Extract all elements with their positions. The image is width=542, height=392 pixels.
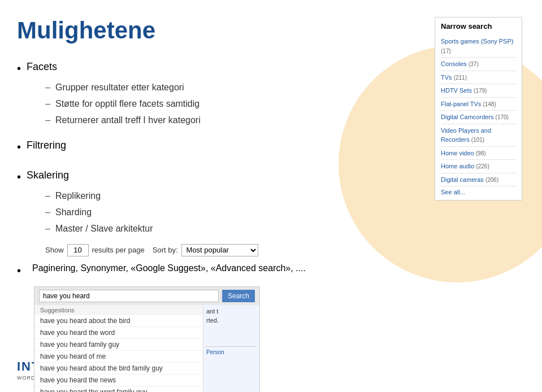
narrow-search-box: Narrow search Sports games (Sony PSP) (1… [435,17,522,201]
narrow-search-item[interactable]: Sports games (Sony PSP) (17) [441,35,516,58]
bullet-skalering: • Skalering Replikering Sharding Master … [17,169,423,237]
suggest-side-person: Person [206,349,224,355]
suggest-search-input[interactable] [39,290,219,302]
suggest-top-bar: Search [34,287,259,305]
narrow-search-item[interactable]: Home video (98) [441,147,516,160]
paginering-text: Paginering, Synonymer, «Google Suggest»,… [32,263,306,273]
list-item[interactable]: have you heard about the bird family guy [34,363,203,374]
bullet-dot: • [17,264,21,277]
narrow-search-item[interactable]: Digital Camcorders (170) [441,111,516,124]
pagination-bar: Show results per page Sort by: Most popu… [45,244,423,256]
list-item: Returnerer antall treff I hver kategori [45,112,423,129]
list-item: Støtte for opptil flere facets samtidig [45,96,423,112]
narrow-search-item[interactable]: Flat-panel TVs (148) [441,98,516,111]
bullet-filtrering: • Filtrering [17,140,423,158]
suggest-side-text2: rted. [206,317,257,324]
page-title: Mulighetene [17,17,423,44]
sidebar: Narrow search Sports games (Sony PSP) (1… [435,17,525,381]
bullet-facets: • Facets Grupper resultater etter katego… [17,61,423,128]
list-item[interactable]: have you heard the word family guy [34,386,203,392]
list-item[interactable]: have you heard the news [34,374,203,386]
suggestions-label: Suggestions [34,305,203,315]
sortby-select[interactable]: Most popular Newest Price: Low to High P… [181,244,258,256]
suggest-side-panel: ant t rted. Person [203,305,259,392]
see-all-link[interactable]: See all... [441,189,516,195]
sortby-label: Sort by: [153,246,178,254]
paginering-section: • Paginering, Synonymer, «Google Suggest… [17,263,423,277]
narrow-search-item[interactable]: HDTV Sets (179) [441,84,516,98]
list-item: Master / Slave arkitektur [45,221,423,237]
results-per-page-input[interactable] [67,244,89,256]
suggest-screenshot: Search Suggestions have you heard about … [34,286,260,392]
bullet-dot: • [17,62,21,75]
bullet-dot: • [17,171,21,184]
list-item: Grupper resultater etter kategori [45,80,423,96]
suggest-side-text1: ant t [206,308,257,315]
suggest-list: have you heard about the bird have you h… [34,315,203,392]
results-label: results per page [92,246,145,254]
main-content: Mulighetene • Facets Grupper resultater … [17,17,435,381]
facets-sub-list: Grupper resultater etter kategori Støtte… [45,80,423,128]
list-item[interactable]: have you heard about the bird [34,315,203,327]
list-item[interactable]: have you heard the word [34,327,203,339]
suggest-search-button[interactable]: Search [222,290,255,302]
narrow-search-title: Narrow search [441,22,516,31]
list-item: Replikering [45,188,423,204]
bullet-facets-label: Facets [27,61,57,73]
show-label: Show [45,246,64,254]
narrow-search-item[interactable]: TVs (211) [441,71,516,85]
bullet-skalering-label: Skalering [27,169,69,181]
list-item[interactable]: have you heard of me [34,351,203,363]
narrow-search-item[interactable]: Home audio (226) [441,160,516,173]
skalering-sub-list: Replikering Sharding Master / Slave arki… [45,188,423,237]
narrow-search-item[interactable]: Digital cameras (206) [441,173,516,187]
narrow-search-item[interactable]: Consoles (37) [441,58,516,71]
list-item: Sharding [45,204,423,221]
list-item[interactable]: have you heard family guy [34,339,203,351]
suggest-body: Suggestions have you heard about the bir… [34,305,259,392]
bullet-dot: • [17,141,21,154]
bullet-filtrering-label: Filtrering [27,140,66,151]
suggest-dropdown: Suggestions have you heard about the bir… [34,305,203,392]
narrow-search-item[interactable]: Video Players and Recorders (101) [441,124,516,147]
